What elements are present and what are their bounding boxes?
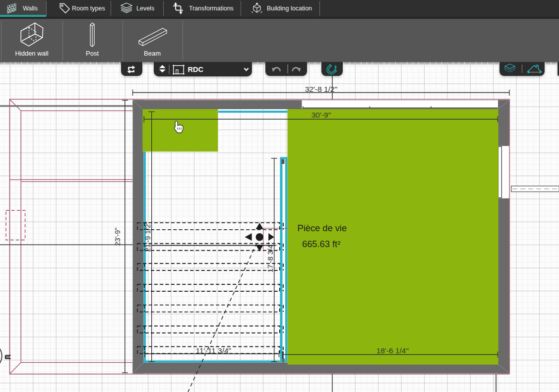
svg-text:Pièce de vie: Pièce de vie bbox=[298, 223, 347, 233]
svg-text:17'-8 3/4": 17'-8 3/4" bbox=[266, 242, 274, 272]
svg-text:23'-9": 23'-9" bbox=[114, 228, 122, 246]
svg-text:18'-6 1/4": 18'-6 1/4" bbox=[376, 346, 409, 355]
svg-text:11'-11 3/4": 11'-11 3/4" bbox=[195, 346, 231, 355]
svg-text:32'-8 1/2": 32'-8 1/2" bbox=[305, 85, 337, 93]
svg-text:665.63 ft²: 665.63 ft² bbox=[302, 239, 340, 249]
svg-text:RDC: RDC bbox=[188, 65, 204, 73]
svg-text:30'-9": 30'-9" bbox=[311, 111, 331, 119]
svg-text:21'-9 1/2": 21'-9 1/2" bbox=[144, 221, 152, 252]
